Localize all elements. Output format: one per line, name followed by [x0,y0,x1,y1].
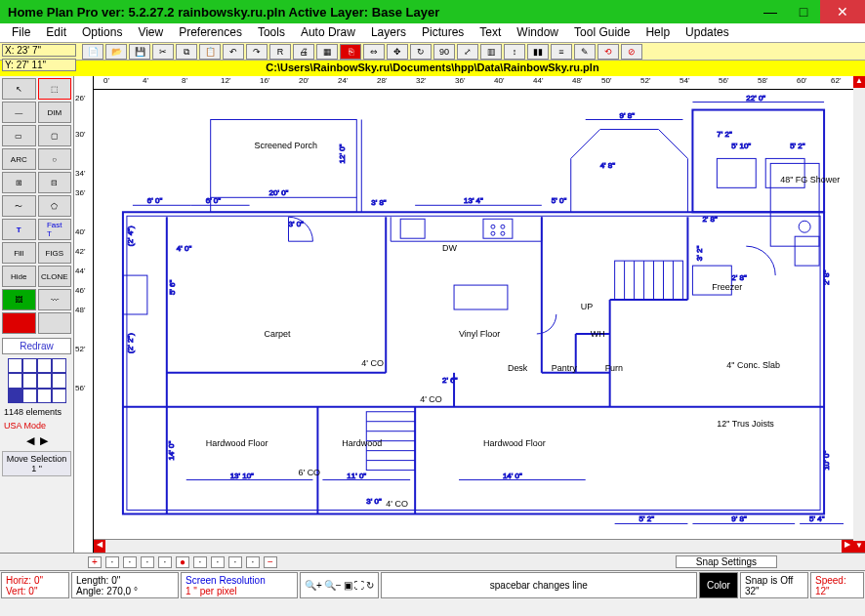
maximize-button[interactable]: □ [787,0,820,23]
snap-icon[interactable]: ✎ [574,44,596,60]
figs-tool[interactable]: FIGS [38,242,72,264]
menu-updates[interactable]: Updates [678,23,737,42]
menu-edit[interactable]: Edit [38,23,74,42]
snap-dot3[interactable]: · [141,556,154,568]
text-tool[interactable]: T [2,219,36,240]
menu-layers[interactable]: Layers [363,23,414,42]
menu-window[interactable]: Window [509,23,566,42]
poly-tool[interactable]: ⬠ [38,195,72,217]
blank-tool[interactable] [38,312,72,334]
arc-tool[interactable]: ARC [2,148,36,170]
close-button[interactable]: ✕ [820,0,865,23]
move-selection[interactable]: Move Selection 1 " [2,451,71,476]
scale-icon[interactable]: ⤢ [457,44,478,60]
snap-dot8[interactable]: · [228,556,242,568]
undo2-icon[interactable]: ⟲ [597,44,619,60]
menu-autodraw[interactable]: Auto Draw [293,23,363,42]
snap-settings-button[interactable]: Snap Settings [676,555,777,568]
mode-label: USA Mode [0,419,73,432]
redraw-button[interactable]: Redraw [2,338,71,354]
menu-view[interactable]: View [130,23,171,42]
svg-text:4' 8": 4' 8" [600,161,616,170]
snap-dot4[interactable]: · [158,556,172,568]
cut-icon[interactable]: ✂ [152,44,174,60]
rotate90-icon[interactable]: 90 [433,44,455,60]
snap-dot7[interactable]: · [211,556,225,568]
flip-icon[interactable]: ⇔ [363,44,385,60]
snap-dot5[interactable]: ● [176,556,189,568]
svg-text:5' 10": 5' 10" [731,142,751,150]
align-icon[interactable]: ↕ [504,44,525,60]
nudge-right-icon[interactable]: ▶ [40,434,48,447]
save-icon[interactable]: 💾 [129,44,150,60]
menu-preferences[interactable]: Preferences [171,23,250,42]
curve-tool[interactable]: 〜 [2,195,36,217]
status-angle: Angle: 270,0 ° [76,586,174,596]
menu-options[interactable]: Options [74,23,130,42]
menu-toolguide[interactable]: Tool Guide [566,23,638,42]
zoom-out-icon[interactable]: 🔍− [324,580,342,591]
paste-icon[interactable]: 📋 [199,44,221,60]
redo-icon[interactable]: ↷ [246,44,268,60]
snap-plus-icon[interactable]: + [88,556,102,568]
undo-icon[interactable]: ↶ [223,44,244,60]
snap-dot6[interactable]: · [193,556,207,568]
move-icon[interactable]: ✥ [387,44,408,60]
menu-file[interactable]: File [4,23,38,42]
door-tool[interactable]: ⊟ [38,172,72,193]
vertical-ruler: 26' 30' 34' 36' 40' 42' 44' 46' 48' 52' … [74,76,94,553]
exit-icon[interactable]: ⎘ [340,44,361,60]
svg-text:Vinyl Floor: Vinyl Floor [459,329,500,339]
refresh-icon[interactable]: ↻ [366,580,374,591]
snap-minus-icon[interactable]: − [264,556,277,568]
scroll-up-icon: ▲ [853,76,865,88]
colors-icon[interactable]: ▮▮ [527,44,549,60]
open-icon[interactable]: 📂 [105,44,127,60]
image-tool[interactable]: 🖼 [2,289,36,310]
window-tool[interactable]: ⊞ [2,172,36,193]
arrow-tool[interactable]: ↖ [2,78,36,100]
mirror-icon[interactable]: ▥ [480,44,502,60]
zoom-fit-icon[interactable]: ▣ [344,580,352,591]
h-scrollbar[interactable]: ◀▶ [94,539,853,553]
clone-tool[interactable]: CLONE [38,266,72,287]
snap-dot9[interactable]: · [246,556,260,568]
drawing-canvas[interactable]: 20' 0" 6' 0" 6' 0" 12' 0" 3' 8" 13' 4" 5… [94,90,853,539]
fasttext-tool[interactable]: FastT [38,219,72,240]
window-title: Home Plan Pro ver: 5.2.27.2 rainbowsky.r… [8,5,754,20]
layers-icon[interactable]: ▦ [316,44,338,60]
nudge-left-icon[interactable]: ◀ [26,434,34,447]
select-tool[interactable]: ⬚ [38,78,72,100]
snap-dot2[interactable]: · [123,556,137,568]
hide-tool[interactable]: Hide [2,266,36,287]
rotate-icon[interactable]: ↻ [410,44,432,60]
delete-icon[interactable]: R [269,44,291,60]
fill-tool[interactable]: Fill [2,242,36,264]
rect-tool[interactable]: ▭ [2,125,36,146]
print-icon[interactable]: 🖨 [293,44,314,60]
minimize-button[interactable]: — [754,0,787,23]
menu-text[interactable]: Text [472,23,509,42]
circle-tool[interactable]: ○ [38,148,72,170]
lines-icon[interactable]: ≡ [551,44,572,60]
svg-text:4" Conc. Slab: 4" Conc. Slab [726,360,780,370]
copy-icon[interactable]: ⧉ [176,44,197,60]
svg-rect-1 [127,216,820,510]
zoom-in-icon[interactable]: 🔍+ [305,580,322,591]
line-tool[interactable]: — [2,102,36,123]
zoom-window-icon[interactable]: ⛶ [354,580,364,591]
menu-pictures[interactable]: Pictures [414,23,472,42]
spline-tool[interactable]: 〰 [38,289,72,310]
color-button[interactable]: Color [699,572,738,598]
svg-text:5' 2": 5' 2" [639,514,655,523]
dim-tool[interactable]: DIM [38,102,72,123]
nosign-icon[interactable]: ⊘ [621,44,642,60]
new-icon[interactable]: 📄 [82,44,103,60]
menu-help[interactable]: Help [638,23,678,42]
anchor-grid[interactable] [8,358,66,403]
menu-tools[interactable]: Tools [250,23,293,42]
color-tool[interactable] [2,312,36,334]
rect2-tool[interactable]: ▢ [38,125,72,146]
snap-dot1[interactable]: · [105,556,119,568]
v-scrollbar[interactable]: ▲ ▼ [853,76,865,553]
